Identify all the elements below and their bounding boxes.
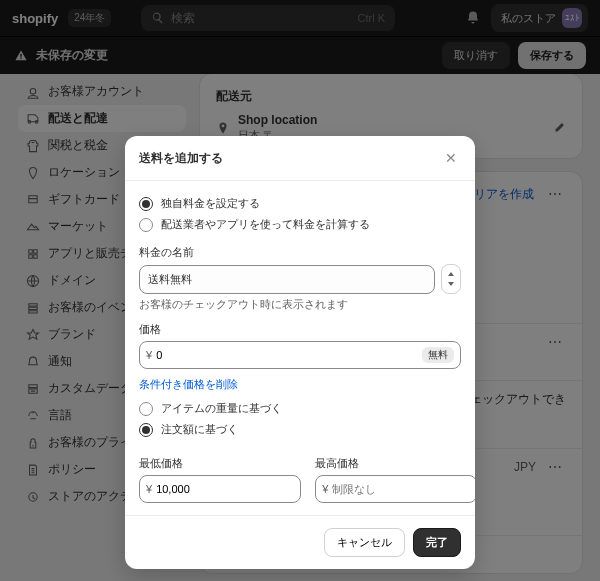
price-value[interactable] [156, 349, 422, 361]
radio-icon [139, 423, 153, 437]
remove-condition-link[interactable]: 条件付き価格を削除 [139, 377, 238, 392]
price-input[interactable]: ¥ 無料 [139, 341, 461, 369]
radio-icon [139, 197, 153, 211]
radio-icon [139, 402, 153, 416]
done-button[interactable]: 完了 [413, 528, 461, 557]
radio-label: アイテムの重量に基づく [161, 401, 282, 416]
min-price-input[interactable]: ¥ [139, 475, 301, 503]
price-label: 価格 [139, 322, 461, 337]
max-price-input[interactable]: ¥ [315, 475, 475, 503]
max-label: 最高価格 [315, 456, 475, 471]
add-rate-modal: 送料を追加する ✕ 独自料金を設定する 配送業者やアプリを使って料金を計算する … [125, 136, 475, 569]
radio-label: 独自料金を設定する [161, 196, 260, 211]
close-icon[interactable]: ✕ [441, 148, 461, 168]
sort-icon[interactable] [441, 264, 461, 294]
currency-symbol: ¥ [146, 349, 156, 361]
modal-title: 送料を追加する [139, 150, 223, 167]
free-tag: 無料 [422, 347, 454, 363]
radio-order-total[interactable]: 注文額に基づく [139, 419, 461, 440]
rate-name-label: 料金の名前 [139, 245, 461, 260]
radio-icon [139, 218, 153, 232]
radio-weight[interactable]: アイテムの重量に基づく [139, 398, 461, 419]
radio-label: 注文額に基づく [161, 422, 238, 437]
radio-custom-rate[interactable]: 独自料金を設定する [139, 193, 461, 214]
cancel-button[interactable]: キャンセル [324, 528, 405, 557]
min-label: 最低価格 [139, 456, 301, 471]
radio-label: 配送業者やアプリを使って料金を計算する [161, 217, 370, 232]
rate-name-input[interactable]: 送料無料 [139, 265, 435, 294]
rate-name-help: お客様のチェックアウト時に表示されます [139, 298, 461, 312]
radio-carrier-rate[interactable]: 配送業者やアプリを使って料金を計算する [139, 214, 461, 235]
